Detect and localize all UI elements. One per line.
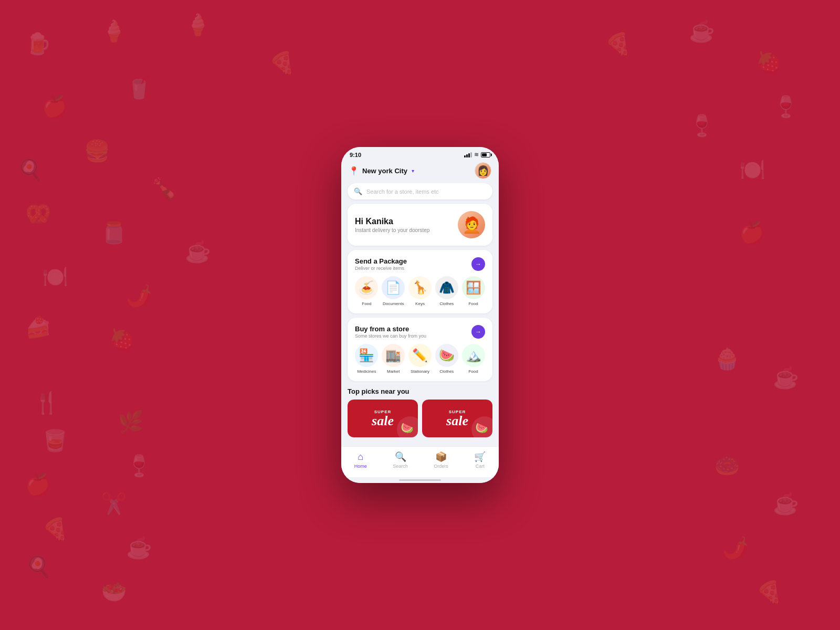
- category-food-1[interactable]: 🍝 Food: [355, 276, 379, 306]
- category-clothes-1[interactable]: 🧥 Clothes: [435, 276, 458, 306]
- search-icon: 🔍: [354, 187, 362, 195]
- orders-nav-label: Orders: [434, 464, 448, 469]
- send-package-subtitle: Deliver or receive items: [355, 266, 407, 271]
- cart-nav-label: Cart: [476, 464, 485, 469]
- category-stationary-icon: ✏️: [408, 344, 432, 367]
- nav-orders[interactable]: 📦 Orders: [434, 451, 448, 469]
- send-package-categories: 🍝 Food 📄 Documents 🦒 Keys 🧥 Clothes: [355, 276, 485, 306]
- category-food-1-icon: 🍝: [355, 276, 378, 299]
- phone-frame: 9:10 ≋ 📍 New york City ▾ 👩 🔍 Search for …: [341, 147, 499, 483]
- home-indicator: [341, 477, 499, 483]
- hero-banner: Hi Kanika Instant delivery to your doors…: [348, 204, 492, 246]
- home-nav-label: Home: [354, 464, 367, 469]
- status-bar: 9:10 ≋: [341, 147, 499, 160]
- top-picks-title: Top picks near you: [341, 385, 499, 395]
- nav-cart[interactable]: 🛒 Cart: [474, 451, 486, 469]
- bottom-nav: ⌂ Home 🔍 Search 📦 Orders 🛒 Cart: [341, 446, 499, 477]
- category-keys[interactable]: 🦒 Keys: [408, 276, 432, 306]
- category-documents[interactable]: 📄 Documents: [382, 276, 405, 306]
- category-clothes-1-icon: 🧥: [435, 276, 458, 299]
- buy-store-categories: 🏪 Medicines 🏬 Market ✏️ Stationary 🍉 Clo…: [355, 344, 485, 374]
- category-market[interactable]: 🏬 Market: [382, 344, 405, 374]
- category-food-2[interactable]: 🪟 Food: [461, 276, 485, 306]
- category-food-3-label: Food: [468, 369, 478, 374]
- category-food-3[interactable]: 🏔️ Food: [461, 344, 485, 374]
- category-medicines[interactable]: 🏪 Medicines: [355, 344, 379, 374]
- buy-store-title: Buy from a store: [355, 325, 426, 333]
- buy-from-store-card: Buy from a store Some stores we can buy …: [348, 318, 492, 381]
- signal-icon: [464, 152, 472, 158]
- user-avatar[interactable]: 👩: [475, 162, 491, 179]
- category-documents-icon: 📄: [382, 276, 405, 299]
- search-nav-icon: 🔍: [395, 451, 406, 463]
- hero-subtitle: Instant delivery to your doorstep: [355, 227, 429, 233]
- wifi-icon: ≋: [474, 151, 479, 158]
- buy-store-subtitle: Some stores we can buy from you: [355, 333, 426, 339]
- category-documents-label: Documents: [383, 301, 404, 306]
- sale-banner-1[interactable]: SUPER sale 🍉: [348, 400, 418, 437]
- category-medicines-icon: 🏪: [355, 344, 378, 367]
- category-food-2-icon: 🪟: [462, 276, 485, 299]
- category-stationary[interactable]: ✏️ Stationary: [408, 344, 432, 374]
- send-package-arrow-button[interactable]: →: [471, 257, 485, 271]
- status-icons: ≋: [464, 151, 490, 158]
- sale-banner-1-text: SUPER sale: [372, 410, 394, 428]
- watermelon-icon-2: 🍉: [475, 422, 488, 434]
- home-indicator-bar: [399, 479, 441, 481]
- category-keys-icon: 🦒: [408, 276, 432, 299]
- sale-text-2: sale: [446, 414, 468, 428]
- category-clothes-2[interactable]: 🍉 Clothes: [435, 344, 458, 374]
- category-food-1-label: Food: [362, 301, 371, 306]
- sale-text-1: sale: [372, 414, 394, 428]
- sale-banner-2-text: SUPER sale: [446, 410, 468, 428]
- battery-icon: [481, 152, 490, 158]
- status-time: 9:10: [350, 152, 361, 158]
- location-pin-icon: 📍: [349, 166, 359, 176]
- category-keys-label: Keys: [415, 301, 425, 306]
- category-market-icon: 🏬: [382, 344, 405, 367]
- category-food-2-label: Food: [468, 301, 478, 306]
- location-label: New york City: [362, 167, 407, 175]
- sale-banners: SUPER sale 🍉 SUPER sale 🍉: [341, 400, 499, 437]
- location-dropdown-icon: ▾: [412, 168, 414, 174]
- location-section[interactable]: 📍 New york City ▾: [349, 166, 414, 176]
- send-package-card: Send a Package Deliver or receive items …: [348, 250, 492, 313]
- hero-avatar: 🧑‍🦰: [458, 211, 485, 238]
- hero-text: Hi Kanika Instant delivery to your doors…: [355, 217, 429, 233]
- orders-nav-icon: 📦: [435, 451, 447, 463]
- nav-home[interactable]: ⌂ Home: [354, 452, 367, 469]
- search-nav-label: Search: [393, 464, 408, 469]
- category-clothes-2-label: Clothes: [439, 369, 454, 374]
- category-clothes-1-label: Clothes: [439, 301, 454, 306]
- nav-search[interactable]: 🔍 Search: [393, 451, 408, 469]
- buy-store-arrow-button[interactable]: →: [471, 325, 485, 339]
- watermelon-icon: 🍉: [401, 422, 414, 434]
- search-input[interactable]: Search for a store, items etc: [366, 188, 439, 195]
- category-clothes-2-icon: 🍉: [435, 344, 458, 367]
- scroll-content: 🔍 Search for a store, items etc Hi Kanik…: [341, 183, 499, 446]
- greeting-text: Hi Kanika: [355, 217, 429, 226]
- cart-nav-icon: 🛒: [474, 451, 486, 463]
- category-medicines-label: Medicines: [357, 369, 376, 374]
- category-stationary-label: Stationary: [411, 369, 429, 374]
- sale-banner-2[interactable]: SUPER sale 🍉: [422, 400, 492, 437]
- search-bar[interactable]: 🔍 Search for a store, items etc: [348, 183, 492, 200]
- category-food-3-icon: 🏔️: [462, 344, 485, 367]
- app-header: 📍 New york City ▾ 👩: [341, 160, 499, 183]
- send-package-title: Send a Package: [355, 257, 407, 265]
- send-package-header: Send a Package Deliver or receive items …: [355, 257, 485, 271]
- category-market-label: Market: [387, 369, 400, 374]
- buy-store-header: Buy from a store Some stores we can buy …: [355, 325, 485, 339]
- home-nav-icon: ⌂: [358, 452, 363, 463]
